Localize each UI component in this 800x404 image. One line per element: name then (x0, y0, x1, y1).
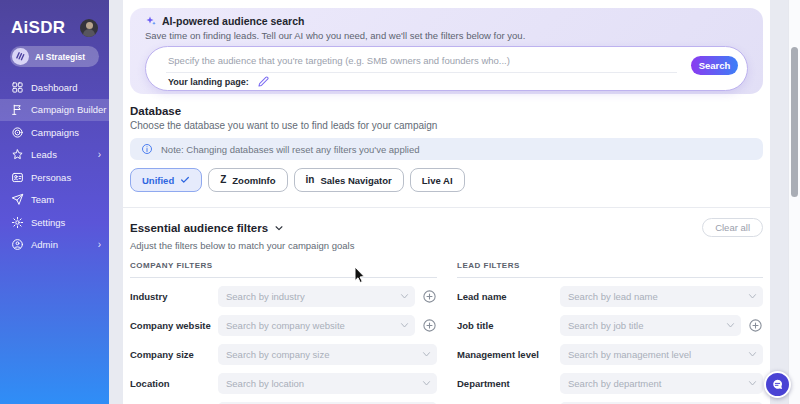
filter-label-company-website: Company website (130, 320, 218, 331)
grid-icon (11, 81, 24, 94)
ai-search-subtitle: Save time on finding leads. Tell our AI … (145, 30, 748, 41)
edit-pencil-icon[interactable] (258, 76, 269, 87)
sidebar-item-personas[interactable]: Personas (0, 166, 109, 189)
add-company-website-button[interactable] (422, 318, 437, 333)
company-size-select[interactable] (218, 344, 437, 365)
db-option-sales-navigator[interactable]: inSales Navigator (294, 168, 404, 192)
target-icon (11, 126, 24, 139)
user-avatar[interactable] (80, 19, 98, 37)
ai-strategist-label: AI Strategist (35, 52, 85, 62)
sidebar-item-settings[interactable]: Settings (0, 211, 109, 234)
sidebar-item-leads[interactable]: Leads› (0, 144, 109, 167)
scrollbar[interactable] (788, 0, 800, 404)
ai-search-panel: AI-powered audience search Save time on … (130, 8, 763, 94)
left-gutter (109, 0, 123, 404)
sidebar-item-label: Team (31, 194, 101, 205)
chat-bubble-icon (771, 378, 784, 391)
department-select[interactable] (560, 373, 763, 394)
check-icon (180, 175, 190, 185)
lead-name-input[interactable] (560, 286, 763, 307)
company-size-input[interactable] (218, 344, 437, 365)
management-level-input[interactable] (560, 344, 763, 365)
database-options: UnifiedZZoomInfoinSales NavigatorLive AI (130, 168, 763, 192)
filters-subtitle: Adjust the filters below to match your c… (130, 240, 763, 251)
location-input[interactable] (218, 373, 437, 394)
ai-strategist-icon (12, 48, 29, 65)
db-option-unified[interactable]: Unified (130, 168, 202, 192)
filter-row-lead-name: Lead name (457, 286, 763, 307)
filter-label-department: Department (457, 378, 560, 389)
id-card-icon (11, 171, 24, 184)
sidebar-header: AiSDR (0, 0, 109, 38)
job-title-input[interactable] (560, 315, 741, 336)
star-icon (11, 148, 24, 161)
search-button[interactable]: Search (691, 56, 738, 75)
sidebar-item-team[interactable]: Team (0, 189, 109, 212)
filter-row-management-level: Management level (457, 344, 763, 365)
sidebar-item-label: Settings (31, 217, 101, 228)
industry-select[interactable] (218, 286, 415, 307)
sidebar-item-admin[interactable]: Admin› (0, 234, 109, 257)
job-title-select[interactable] (560, 315, 741, 336)
main-content: AI-powered audience search Save time on … (123, 0, 770, 404)
filter-label-location: Location (130, 378, 218, 389)
sidebar-menu: DashboardCampaign BuilderCampaignsLeads›… (0, 76, 109, 256)
filter-row-company-size: Company size (130, 344, 437, 365)
lead-filter-rows: Lead nameJob titleManagement levelDepart… (457, 286, 763, 404)
filter-row-company-website: Company website (130, 315, 437, 336)
location-select[interactable] (218, 373, 437, 394)
section-divider (123, 207, 770, 208)
chevron-down-icon (274, 223, 284, 233)
lead-name-select[interactable] (560, 286, 763, 307)
management-level-select[interactable] (560, 344, 763, 365)
filter-label-lead-name: Lead name (457, 291, 560, 302)
sidebar-item-label: Admin (31, 239, 91, 250)
company-filter-rows: IndustryCompany websiteCompany sizeLocat… (130, 286, 437, 404)
company-website-select[interactable] (218, 315, 415, 336)
info-icon (141, 143, 153, 155)
gear-icon (11, 216, 24, 229)
filters-title: Essential audience filters (130, 222, 268, 234)
db-option-label: Sales Navigator (320, 175, 391, 186)
sidebar: AiSDR AI Strategist DashboardCampaign Bu… (0, 0, 109, 404)
app-window: AiSDR AI Strategist DashboardCampaign Bu… (0, 0, 800, 404)
db-option-live-ai[interactable]: Live AI (410, 168, 465, 192)
zoominfo-logo-icon: Z (220, 175, 226, 185)
filter-label-industry: Industry (130, 291, 218, 302)
department-input[interactable] (560, 373, 763, 394)
scrollbar-thumb[interactable] (791, 47, 798, 197)
industry-input[interactable] (218, 286, 415, 307)
database-note-text: Note: Changing databases will reset any … (161, 144, 419, 155)
lead-filters-header: LEAD FILTERS (457, 261, 763, 278)
filter-row-department: Department (457, 373, 763, 394)
db-option-zoominfo[interactable]: ZZoomInfo (208, 168, 287, 192)
db-option-label: Live AI (422, 175, 453, 186)
company-filters-header: COMPANY FILTERS (130, 261, 437, 278)
audience-search-input[interactable]: Specify the audience that you're targeti… (168, 55, 683, 66)
sidebar-item-campaigns[interactable]: Campaigns (0, 121, 109, 144)
filter-row-industry: Industry (130, 286, 437, 307)
filter-row-location: Location (130, 373, 437, 394)
sidebar-item-label: Dashboard (31, 82, 101, 93)
sidebar-item-dashboard[interactable]: Dashboard (0, 76, 109, 99)
add-industry-button[interactable] (422, 289, 437, 304)
sidebar-item-label: Campaigns (31, 127, 101, 138)
filter-label-management-level: Management level (457, 349, 560, 360)
clear-all-button[interactable]: Clear all (702, 218, 763, 237)
ai-strategist-button[interactable]: AI Strategist (10, 46, 99, 67)
user-circle-icon (11, 238, 24, 251)
chat-widget-button[interactable] (764, 371, 791, 398)
db-option-label: Unified (142, 175, 174, 186)
chevron-right-icon: › (98, 150, 101, 160)
company-website-input[interactable] (218, 315, 415, 336)
filter-row-job-title: Job title (457, 315, 763, 336)
filter-label-company-size: Company size (130, 349, 218, 360)
flag-icon (11, 103, 24, 116)
sidebar-item-campaign-builder[interactable]: Campaign Builder (0, 99, 109, 122)
sales-navigator-logo-icon: in (306, 175, 315, 185)
filter-label-job-title: Job title (457, 320, 560, 331)
sparkle-icon (145, 15, 157, 27)
filters-section-toggle[interactable]: Essential audience filters (130, 222, 284, 234)
sidebar-item-label: Personas (31, 172, 101, 183)
add-job-title-button[interactable] (748, 318, 763, 333)
